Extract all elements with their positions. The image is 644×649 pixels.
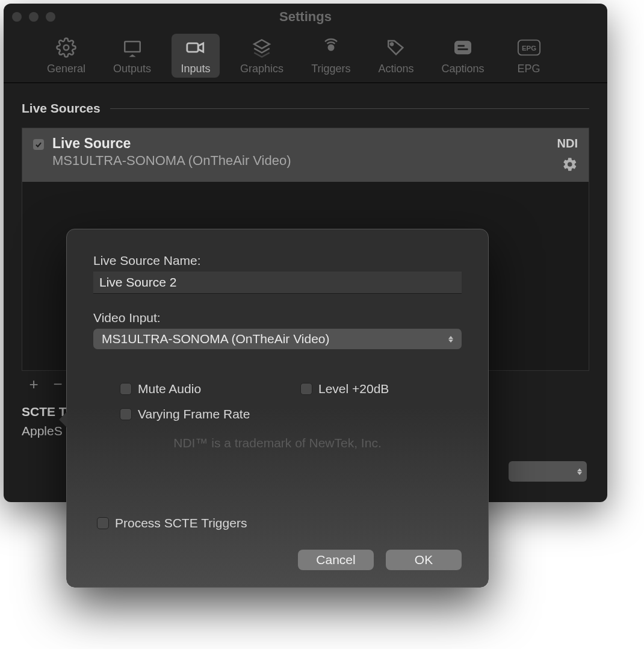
mute-audio-checkbox[interactable]: Mute Audio	[120, 382, 300, 396]
svg-point-5	[329, 45, 334, 51]
tag-icon	[384, 37, 408, 60]
epg-icon: EPG	[517, 37, 541, 60]
tab-general[interactable]: General	[40, 34, 93, 78]
display-icon	[120, 37, 144, 60]
level-20db-checkbox[interactable]: Level +20dB	[300, 382, 462, 396]
source-name-input[interactable]	[93, 272, 462, 294]
video-input-label: Video Input:	[93, 311, 462, 325]
section-title: Live Sources	[22, 101, 101, 116]
tab-label: Actions	[378, 63, 413, 75]
updown-icon	[448, 336, 453, 343]
tab-actions[interactable]: Actions	[371, 34, 421, 78]
popover-arrow	[59, 411, 67, 428]
cancel-button[interactable]: Cancel	[298, 550, 374, 570]
tab-label: General	[47, 63, 85, 75]
live-source-row[interactable]: Live Source MS1ULTRA-SONOMA (OnTheAir Vi…	[22, 128, 589, 182]
svg-marker-2	[129, 54, 135, 57]
svg-rect-3	[187, 43, 198, 52]
minimize-window-button[interactable]	[29, 12, 39, 22]
source-labels: Live Source MS1ULTRA-SONOMA (OnTheAir Vi…	[52, 135, 549, 169]
tab-captions[interactable]: Captions	[435, 34, 492, 78]
titlebar: Settings	[4, 4, 607, 30]
updown-icon	[577, 468, 582, 475]
divider	[110, 108, 589, 109]
svg-rect-8	[458, 45, 465, 47]
ok-button[interactable]: OK	[386, 550, 462, 570]
add-source-button[interactable]: +	[25, 376, 42, 393]
checkbox-label: Mute Audio	[138, 382, 201, 396]
section-header-live-sources: Live Sources	[22, 101, 589, 116]
checkbox-box	[120, 408, 132, 420]
tab-label: Triggers	[311, 63, 350, 75]
tab-inputs[interactable]: Inputs	[172, 34, 220, 78]
checkbox-box	[300, 383, 312, 395]
checkbox-label: Varying Frame Rate	[138, 407, 250, 421]
zoom-window-button[interactable]	[46, 12, 55, 22]
traffic-lights	[12, 12, 55, 22]
svg-rect-1	[125, 42, 140, 52]
camera-icon	[184, 37, 208, 60]
svg-marker-4	[254, 40, 270, 48]
checkbox-label: Level +20dB	[318, 382, 389, 396]
edit-source-popover: Live Source Name: Video Input: MS1ULTRA-…	[66, 229, 489, 588]
svg-point-6	[391, 43, 393, 45]
tab-label: Graphics	[240, 63, 283, 75]
layers-icon	[250, 37, 274, 60]
tab-outputs[interactable]: Outputs	[106, 34, 158, 78]
toolbar: General Outputs Inputs Graphics	[4, 30, 607, 83]
checkbox-box	[120, 383, 132, 395]
close-window-button[interactable]	[12, 12, 22, 22]
svg-rect-9	[458, 48, 468, 50]
video-input-select[interactable]: MS1ULTRA-SONOMA (OnTheAir Video)	[93, 329, 462, 349]
video-input-value: MS1ULTRA-SONOMA (OnTheAir Video)	[102, 332, 330, 346]
tab-label: Captions	[442, 63, 485, 75]
svg-rect-7	[455, 42, 471, 54]
remove-source-button[interactable]: −	[49, 376, 66, 393]
source-detail: MS1ULTRA-SONOMA (OnTheAir Video)	[52, 153, 549, 169]
tab-triggers[interactable]: Triggers	[304, 34, 358, 78]
gear-icon	[54, 37, 78, 60]
svg-text:EPG: EPG	[522, 45, 536, 52]
process-scte-checkbox[interactable]: Process SCTE Triggers	[97, 516, 462, 530]
scte-select[interactable]	[509, 461, 587, 482]
window-title: Settings	[279, 9, 332, 25]
checkbox-grid: Mute Audio Level +20dB Varying Frame Rat…	[120, 382, 462, 421]
name-label: Live Source Name:	[93, 253, 462, 268]
source-enabled-checkbox[interactable]	[33, 139, 44, 150]
varying-frame-rate-checkbox[interactable]: Varying Frame Rate	[120, 407, 300, 421]
tab-label: EPG	[518, 63, 540, 75]
tab-epg[interactable]: EPG EPG	[505, 34, 553, 78]
svg-point-0	[64, 45, 69, 51]
trademark-text: NDI™ is a trademark of NewTek, Inc.	[93, 436, 462, 450]
tab-label: Outputs	[113, 63, 151, 75]
tab-label: Inputs	[181, 63, 211, 75]
source-badge: NDI	[557, 137, 578, 151]
tab-graphics[interactable]: Graphics	[233, 34, 291, 78]
checkbox-label: Process SCTE Triggers	[115, 516, 247, 530]
sensor-icon	[319, 37, 343, 60]
button-row: Cancel OK	[93, 550, 462, 570]
checkbox-box	[97, 517, 109, 529]
source-name: Live Source	[52, 135, 549, 152]
source-settings-button[interactable]	[562, 157, 578, 175]
captions-icon	[451, 37, 475, 60]
